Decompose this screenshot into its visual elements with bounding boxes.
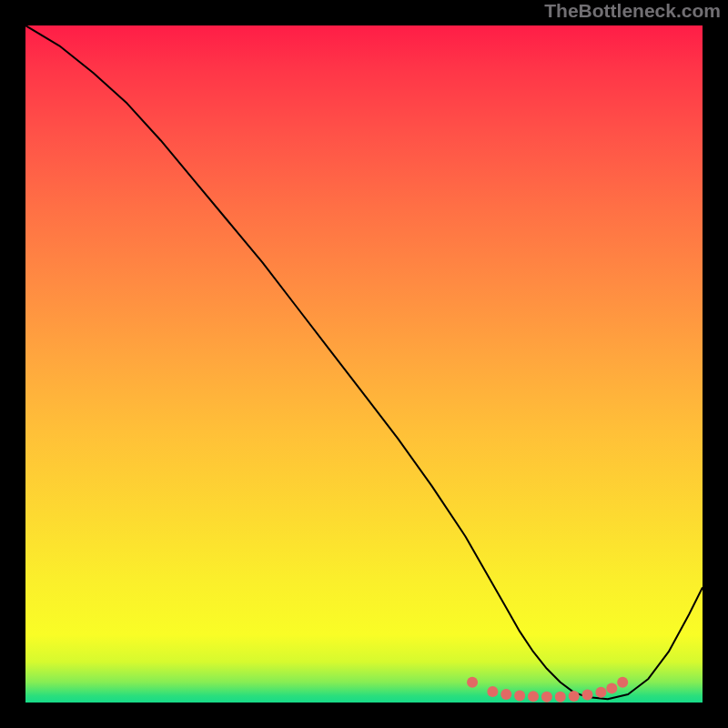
watermark-text: TheBottleneck.com [544,0,721,22]
marker-dot [606,682,617,693]
marker-dot [528,691,539,702]
curve-line [25,25,703,699]
bottleneck-curve [25,25,703,699]
marker-dot [569,691,580,702]
marker-dot [617,677,628,688]
marker-dot [555,692,566,703]
marker-dot [487,686,498,697]
marker-dot [582,689,593,700]
chart-svg [25,25,703,703]
marker-dot [541,692,552,703]
chart-container: TheBottleneck.com [0,0,728,728]
marker-dot [514,691,525,702]
plot-area [25,25,703,703]
marker-dot [595,687,606,698]
marker-dot [500,689,511,700]
marker-dot [467,677,478,688]
